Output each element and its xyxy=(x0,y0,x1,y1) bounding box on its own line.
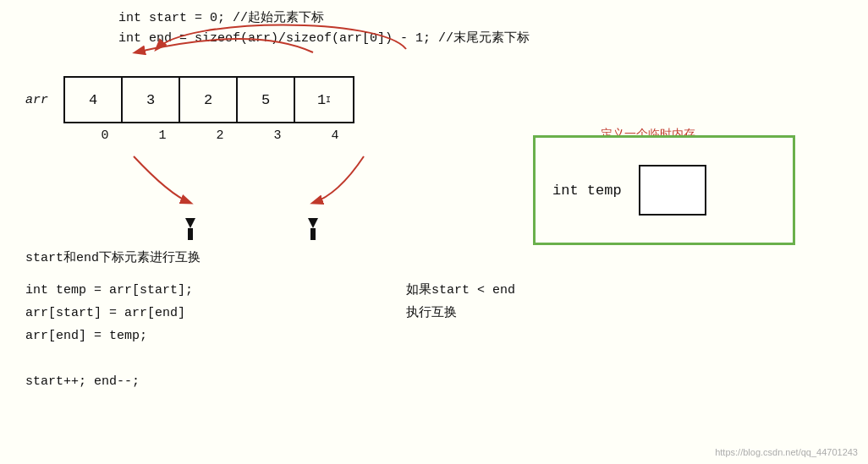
index-1: 1 xyxy=(134,128,191,143)
temp-label: int temp xyxy=(552,183,622,199)
array-box: 4 3 2 5 1I xyxy=(63,76,354,123)
array-cell-3: 5 xyxy=(238,78,295,122)
array-cell-4: 1I xyxy=(295,78,353,122)
array-section: arr 4 3 2 5 1I xyxy=(25,76,354,123)
code-block-line5: start++; end--; xyxy=(25,370,193,393)
condition-text: 如果start < end xyxy=(406,279,515,302)
code-block-line4 xyxy=(25,347,193,370)
array-cell-0: 4 xyxy=(65,78,123,122)
array-label: arr xyxy=(25,93,48,107)
svg-rect-1 xyxy=(188,228,193,240)
svg-marker-2 xyxy=(308,218,318,228)
temp-memory-box: int temp xyxy=(533,135,795,245)
code-block-line3: arr[end] = temp; xyxy=(25,325,193,347)
array-cell-2: 2 xyxy=(180,78,238,122)
index-2: 2 xyxy=(191,128,249,143)
code-line-2: int end = sizeof(arr)/sizeof(arr[0]) - 1… xyxy=(118,29,851,49)
index-4: 4 xyxy=(306,128,364,143)
swap-text: start和end下标元素进行互换 xyxy=(25,249,201,265)
code-block-line2: arr[start] = arr[end] xyxy=(25,302,193,325)
code-line-1: int start = 0; //起始元素下标 xyxy=(118,8,851,29)
right-condition: 如果start < end 执行互换 xyxy=(406,279,515,325)
index-3: 3 xyxy=(249,128,306,143)
svg-marker-0 xyxy=(185,218,195,228)
code-block-line1: int temp = arr[start]; xyxy=(25,279,193,302)
main-page: int start = 0; //起始元素下标 int end = sizeof… xyxy=(0,0,868,464)
index-row: 0 1 2 3 4 xyxy=(76,128,364,143)
watermark: https://blog.csdn.net/qq_44701243 xyxy=(715,447,858,457)
index-0: 0 xyxy=(76,128,134,143)
temp-inner-box xyxy=(639,165,706,216)
svg-rect-3 xyxy=(310,228,316,240)
array-cell-1: 3 xyxy=(123,78,180,122)
execute-text: 执行互换 xyxy=(406,302,515,325)
code-block: int temp = arr[start]; arr[start] = arr[… xyxy=(25,279,193,393)
